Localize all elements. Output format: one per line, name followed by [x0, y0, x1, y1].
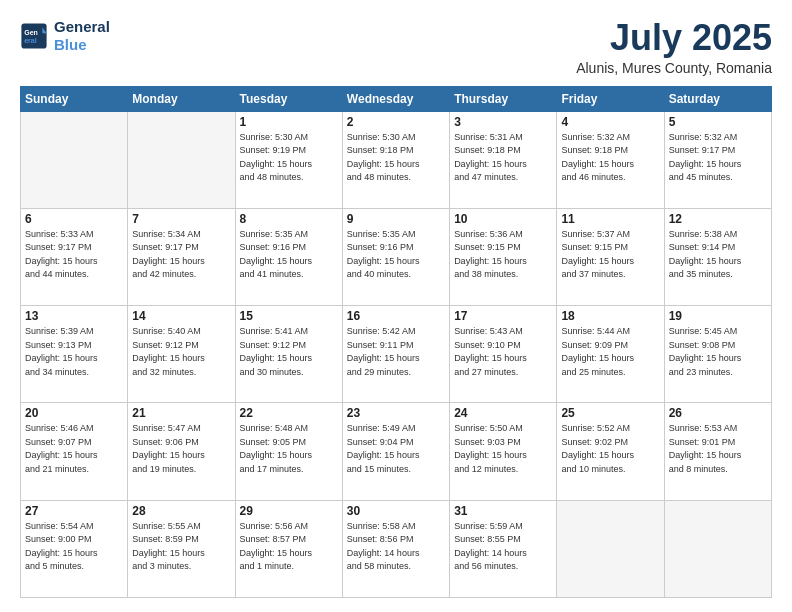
day-info: Sunrise: 5:46 AM Sunset: 9:07 PM Dayligh…: [25, 422, 123, 476]
day-info: Sunrise: 5:48 AM Sunset: 9:05 PM Dayligh…: [240, 422, 338, 476]
table-row: 5Sunrise: 5:32 AM Sunset: 9:17 PM Daylig…: [664, 111, 771, 208]
svg-rect-0: [21, 23, 46, 48]
table-row: 2Sunrise: 5:30 AM Sunset: 9:18 PM Daylig…: [342, 111, 449, 208]
day-info: Sunrise: 5:54 AM Sunset: 9:00 PM Dayligh…: [25, 520, 123, 574]
table-row: [557, 500, 664, 597]
calendar-week-row: 6Sunrise: 5:33 AM Sunset: 9:17 PM Daylig…: [21, 208, 772, 305]
table-row: 4Sunrise: 5:32 AM Sunset: 9:18 PM Daylig…: [557, 111, 664, 208]
day-info: Sunrise: 5:49 AM Sunset: 9:04 PM Dayligh…: [347, 422, 445, 476]
day-info: Sunrise: 5:38 AM Sunset: 9:14 PM Dayligh…: [669, 228, 767, 282]
table-row: 9Sunrise: 5:35 AM Sunset: 9:16 PM Daylig…: [342, 208, 449, 305]
day-info: Sunrise: 5:50 AM Sunset: 9:03 PM Dayligh…: [454, 422, 552, 476]
day-number: 4: [561, 115, 659, 129]
table-row: [664, 500, 771, 597]
logo-text: General Blue: [54, 18, 110, 54]
day-number: 26: [669, 406, 767, 420]
table-row: 13Sunrise: 5:39 AM Sunset: 9:13 PM Dayli…: [21, 306, 128, 403]
calendar-week-row: 27Sunrise: 5:54 AM Sunset: 9:00 PM Dayli…: [21, 500, 772, 597]
table-row: 20Sunrise: 5:46 AM Sunset: 9:07 PM Dayli…: [21, 403, 128, 500]
col-monday: Monday: [128, 86, 235, 111]
day-number: 22: [240, 406, 338, 420]
calendar: Sunday Monday Tuesday Wednesday Thursday…: [20, 86, 772, 598]
page: Gen eral General Blue July 2025 Alunis, …: [0, 0, 792, 612]
day-info: Sunrise: 5:45 AM Sunset: 9:08 PM Dayligh…: [669, 325, 767, 379]
day-info: Sunrise: 5:41 AM Sunset: 9:12 PM Dayligh…: [240, 325, 338, 379]
col-tuesday: Tuesday: [235, 86, 342, 111]
day-number: 17: [454, 309, 552, 323]
day-number: 30: [347, 504, 445, 518]
logo: Gen eral General Blue: [20, 18, 110, 54]
day-info: Sunrise: 5:33 AM Sunset: 9:17 PM Dayligh…: [25, 228, 123, 282]
day-number: 6: [25, 212, 123, 226]
table-row: [21, 111, 128, 208]
day-info: Sunrise: 5:32 AM Sunset: 9:18 PM Dayligh…: [561, 131, 659, 185]
day-info: Sunrise: 5:52 AM Sunset: 9:02 PM Dayligh…: [561, 422, 659, 476]
day-number: 13: [25, 309, 123, 323]
table-row: 28Sunrise: 5:55 AM Sunset: 8:59 PM Dayli…: [128, 500, 235, 597]
table-row: [128, 111, 235, 208]
table-row: 15Sunrise: 5:41 AM Sunset: 9:12 PM Dayli…: [235, 306, 342, 403]
table-row: 16Sunrise: 5:42 AM Sunset: 9:11 PM Dayli…: [342, 306, 449, 403]
table-row: 25Sunrise: 5:52 AM Sunset: 9:02 PM Dayli…: [557, 403, 664, 500]
col-sunday: Sunday: [21, 86, 128, 111]
day-info: Sunrise: 5:32 AM Sunset: 9:17 PM Dayligh…: [669, 131, 767, 185]
table-row: 21Sunrise: 5:47 AM Sunset: 9:06 PM Dayli…: [128, 403, 235, 500]
day-number: 12: [669, 212, 767, 226]
day-info: Sunrise: 5:42 AM Sunset: 9:11 PM Dayligh…: [347, 325, 445, 379]
table-row: 18Sunrise: 5:44 AM Sunset: 9:09 PM Dayli…: [557, 306, 664, 403]
title-block: July 2025 Alunis, Mures County, Romania: [576, 18, 772, 76]
day-number: 7: [132, 212, 230, 226]
day-info: Sunrise: 5:44 AM Sunset: 9:09 PM Dayligh…: [561, 325, 659, 379]
day-number: 5: [669, 115, 767, 129]
table-row: 10Sunrise: 5:36 AM Sunset: 9:15 PM Dayli…: [450, 208, 557, 305]
col-saturday: Saturday: [664, 86, 771, 111]
day-info: Sunrise: 5:34 AM Sunset: 9:17 PM Dayligh…: [132, 228, 230, 282]
table-row: 26Sunrise: 5:53 AM Sunset: 9:01 PM Dayli…: [664, 403, 771, 500]
table-row: 19Sunrise: 5:45 AM Sunset: 9:08 PM Dayli…: [664, 306, 771, 403]
day-number: 1: [240, 115, 338, 129]
table-row: 23Sunrise: 5:49 AM Sunset: 9:04 PM Dayli…: [342, 403, 449, 500]
subtitle: Alunis, Mures County, Romania: [576, 60, 772, 76]
day-info: Sunrise: 5:37 AM Sunset: 9:15 PM Dayligh…: [561, 228, 659, 282]
day-info: Sunrise: 5:47 AM Sunset: 9:06 PM Dayligh…: [132, 422, 230, 476]
day-number: 20: [25, 406, 123, 420]
table-row: 29Sunrise: 5:56 AM Sunset: 8:57 PM Dayli…: [235, 500, 342, 597]
day-number: 19: [669, 309, 767, 323]
table-row: 27Sunrise: 5:54 AM Sunset: 9:00 PM Dayli…: [21, 500, 128, 597]
day-number: 14: [132, 309, 230, 323]
day-info: Sunrise: 5:58 AM Sunset: 8:56 PM Dayligh…: [347, 520, 445, 574]
day-number: 25: [561, 406, 659, 420]
day-number: 18: [561, 309, 659, 323]
day-info: Sunrise: 5:35 AM Sunset: 9:16 PM Dayligh…: [240, 228, 338, 282]
svg-text:eral: eral: [24, 37, 37, 44]
logo-icon: Gen eral: [20, 22, 48, 50]
day-number: 3: [454, 115, 552, 129]
day-info: Sunrise: 5:30 AM Sunset: 9:19 PM Dayligh…: [240, 131, 338, 185]
day-info: Sunrise: 5:43 AM Sunset: 9:10 PM Dayligh…: [454, 325, 552, 379]
table-row: 8Sunrise: 5:35 AM Sunset: 9:16 PM Daylig…: [235, 208, 342, 305]
day-number: 24: [454, 406, 552, 420]
day-number: 8: [240, 212, 338, 226]
table-row: 14Sunrise: 5:40 AM Sunset: 9:12 PM Dayli…: [128, 306, 235, 403]
table-row: 7Sunrise: 5:34 AM Sunset: 9:17 PM Daylig…: [128, 208, 235, 305]
day-info: Sunrise: 5:56 AM Sunset: 8:57 PM Dayligh…: [240, 520, 338, 574]
table-row: 24Sunrise: 5:50 AM Sunset: 9:03 PM Dayli…: [450, 403, 557, 500]
day-info: Sunrise: 5:36 AM Sunset: 9:15 PM Dayligh…: [454, 228, 552, 282]
day-number: 27: [25, 504, 123, 518]
col-friday: Friday: [557, 86, 664, 111]
table-row: 30Sunrise: 5:58 AM Sunset: 8:56 PM Dayli…: [342, 500, 449, 597]
calendar-header-row: Sunday Monday Tuesday Wednesday Thursday…: [21, 86, 772, 111]
calendar-week-row: 20Sunrise: 5:46 AM Sunset: 9:07 PM Dayli…: [21, 403, 772, 500]
svg-text:Gen: Gen: [24, 29, 38, 36]
table-row: 11Sunrise: 5:37 AM Sunset: 9:15 PM Dayli…: [557, 208, 664, 305]
calendar-week-row: 1Sunrise: 5:30 AM Sunset: 9:19 PM Daylig…: [21, 111, 772, 208]
day-number: 31: [454, 504, 552, 518]
day-number: 28: [132, 504, 230, 518]
calendar-week-row: 13Sunrise: 5:39 AM Sunset: 9:13 PM Dayli…: [21, 306, 772, 403]
day-number: 15: [240, 309, 338, 323]
main-title: July 2025: [576, 18, 772, 58]
day-info: Sunrise: 5:59 AM Sunset: 8:55 PM Dayligh…: [454, 520, 552, 574]
day-number: 23: [347, 406, 445, 420]
table-row: 6Sunrise: 5:33 AM Sunset: 9:17 PM Daylig…: [21, 208, 128, 305]
day-number: 29: [240, 504, 338, 518]
